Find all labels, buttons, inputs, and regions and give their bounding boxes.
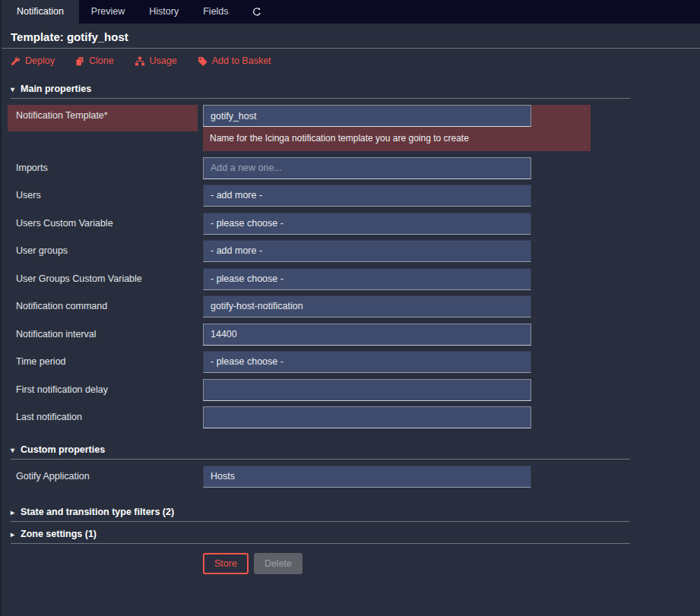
input-last-notification[interactable] xyxy=(203,406,531,428)
page-title: Template: gotify_host xyxy=(11,30,691,43)
deploy-label: Deploy xyxy=(25,55,55,66)
field-wrap-notification-interval xyxy=(203,324,531,346)
field-label-user-groups-custom-variable: User Groups Custom Variable xyxy=(8,268,198,290)
select-gotify-application[interactable]: Hosts xyxy=(203,466,531,488)
field-label-users-custom-variable: Users Custom Variable xyxy=(8,213,198,235)
section-custom-properties[interactable]: ▾ Custom properties xyxy=(11,444,691,455)
tab-bar: Notification Preview History Fields xyxy=(2,0,700,24)
field-label-users: Users xyxy=(8,185,198,207)
caret-down-icon: ▾ xyxy=(11,446,14,454)
input-first-notification-delay[interactable] xyxy=(203,379,531,401)
field-wrap-gotify-application: Hosts xyxy=(203,466,531,488)
form-row-first-notification-delay: First notification delay xyxy=(2,379,700,401)
field-wrap-notification-template: Name for the Icinga notification templat… xyxy=(203,105,591,151)
usage-label: Usage xyxy=(150,55,177,66)
tab-notification[interactable]: Notification xyxy=(2,0,79,24)
section-zones-title: Zone settings (1) xyxy=(21,529,97,539)
form-row-users-custom-variable: Users Custom Variable- please choose - xyxy=(2,213,700,235)
section-zones-divider xyxy=(11,543,630,544)
caret-right-icon: ▸ xyxy=(11,508,14,516)
form-buttons: Store Delete xyxy=(203,553,700,574)
form-row-imports: Imports xyxy=(2,157,700,179)
section-filters-title: State and transition type filters (2) xyxy=(21,507,174,517)
form-row-gotify-application: Gotify ApplicationHosts xyxy=(2,466,700,488)
add-to-basket-label: Add to Basket xyxy=(212,55,271,66)
custom-fields: Gotify ApplicationHosts xyxy=(2,465,700,488)
field-wrap-user-groups: - add more - xyxy=(203,240,531,262)
field-wrap-users: - add more - xyxy=(203,185,531,207)
select-notification-command[interactable]: gotify-host-notification xyxy=(203,295,531,317)
delete-button[interactable]: Delete xyxy=(254,553,302,574)
caret-right-icon: ▸ xyxy=(11,530,14,539)
field-label-time-period: Time period xyxy=(8,351,198,373)
clone-link[interactable]: Clone xyxy=(75,55,114,66)
section-custom-divider xyxy=(11,459,630,460)
select-user-groups-custom-variable[interactable]: - please choose - xyxy=(203,268,531,290)
field-description-notification-template: Name for the Icinga notification templat… xyxy=(203,127,591,150)
action-bar: Deploy Clone Usa xyxy=(2,49,700,74)
form-row-user-groups-custom-variable: User Groups Custom Variable- please choo… xyxy=(2,268,700,290)
main-fields: Notification Template*Name for the Icing… xyxy=(2,104,700,428)
field-label-first-notification-delay: First notification delay xyxy=(8,379,198,401)
form-row-last-notification: Last notification xyxy=(2,406,700,428)
refresh-icon[interactable] xyxy=(245,0,268,24)
tab-fields[interactable]: Fields xyxy=(191,0,240,24)
input-imports[interactable] xyxy=(203,157,531,179)
form-row-notification-command: Notification commandgotify-host-notifica… xyxy=(2,295,700,317)
tab-history[interactable]: History xyxy=(137,0,191,24)
add-to-basket-link[interactable]: Add to Basket xyxy=(198,55,271,66)
section-main-title: Main properties xyxy=(21,84,91,94)
sitemap-icon xyxy=(135,56,145,66)
section-main-divider xyxy=(11,98,630,99)
wrench-icon xyxy=(11,56,21,66)
section-state-transition-filters[interactable]: ▸ State and transition type filters (2) xyxy=(11,507,691,517)
input-notification-template[interactable] xyxy=(203,105,531,127)
deploy-link[interactable]: Deploy xyxy=(11,55,55,66)
app-window: Notification Preview History Fields Temp… xyxy=(0,0,700,616)
field-wrap-time-period: - please choose - xyxy=(203,351,531,373)
clone-label: Clone xyxy=(89,55,114,66)
store-button[interactable]: Store xyxy=(203,553,249,574)
select-users-custom-variable[interactable]: - please choose - xyxy=(203,213,531,235)
field-wrap-notification-command: gotify-host-notification xyxy=(203,295,531,317)
select-user-groups[interactable]: - add more - xyxy=(203,240,531,262)
section-main-properties[interactable]: ▾ Main properties xyxy=(11,84,691,94)
field-label-notification-template: Notification Template* xyxy=(8,105,198,131)
form-row-user-groups: User groups- add more - xyxy=(2,240,700,262)
select-users[interactable]: - add more - xyxy=(203,185,531,207)
caret-down-icon: ▾ xyxy=(11,85,14,93)
input-notification-interval[interactable] xyxy=(203,324,531,346)
field-label-gotify-application: Gotify Application xyxy=(8,466,198,488)
field-wrap-imports xyxy=(203,157,531,179)
usage-link[interactable]: Usage xyxy=(135,55,177,66)
field-wrap-first-notification-delay xyxy=(203,379,531,401)
form-row-users: Users- add more - xyxy=(2,185,700,207)
select-time-period[interactable]: - please choose - xyxy=(203,351,531,373)
field-wrap-user-groups-custom-variable: - please choose - xyxy=(203,268,531,290)
field-label-notification-command: Notification command xyxy=(8,295,198,317)
field-wrap-last-notification xyxy=(203,406,531,428)
tag-icon xyxy=(198,56,207,66)
section-zone-settings[interactable]: ▸ Zone settings (1) xyxy=(11,529,691,539)
field-label-last-notification: Last notification xyxy=(8,406,198,428)
field-label-user-groups: User groups xyxy=(8,240,198,262)
section-filters-divider xyxy=(11,521,630,522)
form-row-time-period: Time period- please choose - xyxy=(2,351,700,373)
section-custom-title: Custom properties xyxy=(21,444,105,455)
field-wrap-users-custom-variable: - please choose - xyxy=(203,213,531,235)
field-label-notification-interval: Notification interval xyxy=(8,324,198,346)
tab-preview[interactable]: Preview xyxy=(79,0,137,24)
field-label-imports: Imports xyxy=(8,157,198,179)
form-row-notification-template: Notification Template*Name for the Icing… xyxy=(2,105,700,151)
form-row-notification-interval: Notification interval xyxy=(2,324,700,346)
clone-icon xyxy=(75,56,84,66)
